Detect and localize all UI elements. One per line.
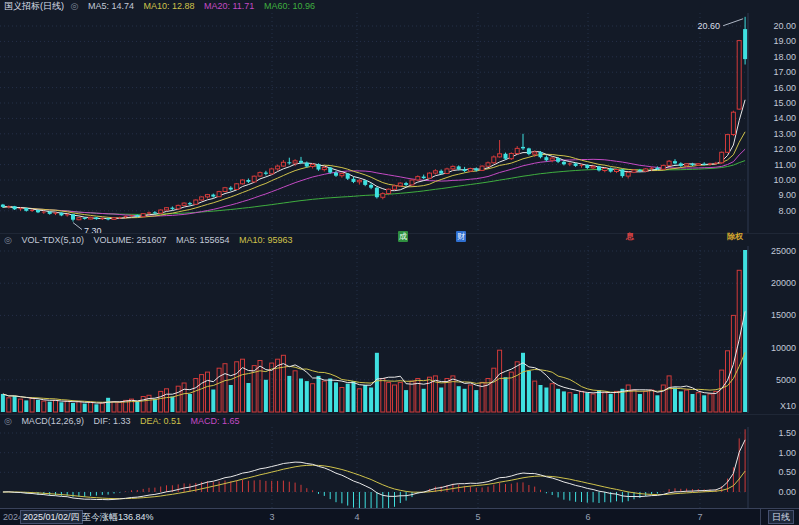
selected-date[interactable]: 2025/01/02/四	[20, 510, 83, 524]
low-annotation: 7.30	[73, 223, 102, 233]
month-tick-5: 5	[475, 511, 480, 523]
high-annotation: 20.60	[698, 19, 744, 31]
svg-text:0.00: 0.00	[778, 487, 796, 497]
volume-value: VOLUME: 251607	[93, 235, 166, 245]
gain-since-label: 至今涨幅136.84%	[82, 511, 154, 523]
svg-text:17.00: 17.00	[773, 67, 796, 77]
ma5-value: MA5: 14.74	[88, 1, 134, 11]
volume-ma5-value: MA5: 155654	[176, 235, 230, 245]
svg-text:16.00: 16.00	[773, 83, 796, 93]
month-tick-6: 6	[585, 511, 590, 523]
svg-text:7.30: 7.30	[84, 226, 102, 233]
svg-text:15.00: 15.00	[773, 98, 796, 108]
svg-text:20.00: 20.00	[773, 21, 796, 31]
svg-text:14.00: 14.00	[773, 113, 796, 123]
svg-text:18.00: 18.00	[773, 52, 796, 62]
ma20-value: MA20: 11.71	[204, 1, 254, 11]
period-selector[interactable]: 日线	[768, 510, 794, 524]
svg-text:8.00: 8.00	[778, 206, 796, 216]
ma-lines	[3, 100, 745, 219]
candlestick-chart[interactable]: 8.009.0010.0011.0012.0013.0014.0015.0016…	[0, 13, 799, 233]
svg-text:10000: 10000	[771, 343, 796, 353]
settings-icon[interactable]: ◎	[71, 0, 79, 13]
macd-value: MACD: 1.65	[191, 416, 240, 426]
ma60-value: MA60: 10.96	[264, 1, 315, 11]
svg-text:13.00: 13.00	[773, 129, 796, 139]
svg-text:1.00: 1.00	[778, 448, 796, 458]
svg-text:19.00: 19.00	[773, 36, 796, 46]
svg-text:20.60: 20.60	[698, 21, 721, 31]
month-tick-3: 3	[269, 511, 274, 523]
macd-indicator-name: MACD(12,26,9)	[21, 416, 84, 426]
svg-text:15000: 15000	[771, 310, 796, 320]
volume-chart[interactable]: 500010000150002000025000X10	[0, 246, 799, 413]
svg-text:9.00: 9.00	[778, 190, 796, 200]
volume-bars	[1, 250, 747, 412]
svg-text:20000: 20000	[771, 278, 796, 288]
statusbar-divider	[760, 509, 761, 525]
month-tick-7: 7	[697, 511, 702, 523]
macd-chart[interactable]: 0.000.501.001.50	[0, 427, 799, 508]
volume-unit-label: X10	[780, 401, 796, 411]
svg-text:25000: 25000	[771, 246, 796, 256]
month-tick-4: 4	[354, 511, 359, 523]
event-marker-cai[interactable]: 财	[456, 231, 466, 242]
svg-text:12.00: 12.00	[773, 144, 796, 154]
svg-text:11.00: 11.00	[774, 160, 796, 170]
candles	[1, 17, 747, 222]
macd-panel-header: ◎ MACD(12,26,9) DIF: 1.33 DEA: 0.51 MACD…	[0, 414, 799, 427]
stock-chart-app: 国义招标(日线) ◎ MA5: 14.74 MA10: 12.88 MA20: …	[0, 0, 799, 525]
event-marker-cheng[interactable]: 成	[398, 231, 408, 242]
svg-text:10.00: 10.00	[773, 175, 796, 185]
status-bar: 2024 2025/01/02/四 至今涨幅136.84% 34567 日线	[0, 508, 799, 525]
ma10-value: MA10: 12.88	[143, 1, 194, 11]
price-panel-header: 国义招标(日线) ◎ MA5: 14.74 MA10: 12.88 MA20: …	[0, 0, 799, 13]
dea-value: DEA: 0.51	[140, 416, 181, 426]
svg-text:5000: 5000	[776, 375, 796, 385]
event-marker-exright[interactable]: 除权	[726, 231, 744, 242]
volume-ma10-value: MA10: 95963	[239, 235, 293, 245]
stock-title[interactable]: 国义招标(日线)	[4, 1, 64, 11]
svg-text:1.50: 1.50	[778, 428, 796, 438]
svg-text:0.50: 0.50	[778, 467, 796, 477]
event-marker-xi[interactable]: 息	[625, 231, 635, 242]
volume-indicator-name: VOL-TDX(5,10)	[21, 235, 84, 245]
dif-value: DIF: 1.33	[93, 416, 130, 426]
